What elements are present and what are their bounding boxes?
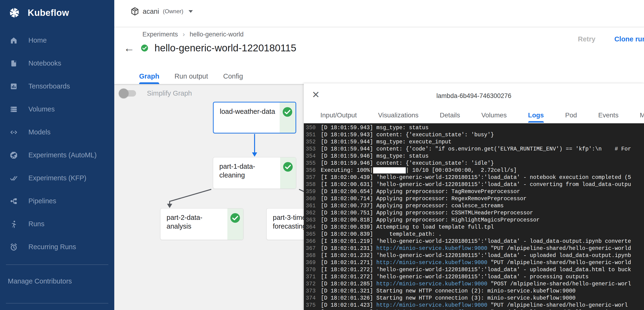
namespace-selector[interactable]: acani (Owner) bbox=[131, 7, 193, 16]
log-line-number: 370 bbox=[304, 266, 316, 273]
log-line: 371[I 18:02:01.272] 'hello-generic-world… bbox=[304, 273, 644, 280]
panel-tab-visualizations[interactable]: Visualizations bbox=[378, 108, 418, 122]
node-label: part-3-time- forecasting bbox=[273, 213, 308, 231]
graph-node-load-weather-data[interactable]: load-weather-data bbox=[213, 102, 296, 134]
panel-tab-pod[interactable]: Pod bbox=[565, 108, 577, 122]
sidebar-item-runs[interactable]: Runs bbox=[0, 212, 114, 236]
log-link[interactable]: http://minio-service.kubeflow:9000 bbox=[376, 302, 488, 308]
panel-tab-details[interactable]: Details bbox=[440, 108, 460, 122]
log-line: 357[I 18:02:00.439] 'hello-generic-world… bbox=[304, 174, 644, 181]
simplify-graph-label: Simplify Graph bbox=[147, 90, 192, 97]
log-line-text: [I 18:02:01.232] 'hello-generic-world-12… bbox=[321, 252, 631, 259]
sidebar-item-home[interactable]: Home bbox=[0, 29, 114, 52]
tab-run-output[interactable]: Run output bbox=[174, 68, 208, 84]
sidebar-item-pipelines[interactable]: Pipelines bbox=[0, 190, 114, 212]
panel-tab-events[interactable]: Events bbox=[598, 108, 619, 122]
sidebar-item-notebooks[interactable]: Notebooks bbox=[0, 52, 114, 75]
sidebar-items: HomeNotebooksTensorboardsVolumesModelsEx… bbox=[0, 29, 114, 258]
log-line: 376[D 18:02:01.423] http://minio-service… bbox=[304, 309, 644, 310]
log-line-number: 374 bbox=[304, 294, 316, 302]
panel-tab-logs[interactable]: Logs bbox=[528, 108, 544, 122]
log-line: 368[I 18:02:01.232] 'hello-generic-world… bbox=[304, 252, 644, 259]
log-line: 364[D 18:02:00.839] Attempting to load t… bbox=[304, 224, 644, 231]
log-line: 356Executing: 100%| | 10/10 [00:03<00:00… bbox=[304, 167, 644, 174]
log-line-number: 357 bbox=[304, 174, 316, 181]
sidebar-item-experiments-automl[interactable]: Experiments (AutoML) bbox=[0, 144, 114, 166]
sidebar-item-volumes[interactable]: Volumes bbox=[0, 98, 114, 121]
log-link[interactable]: http://minio-service.kubeflow:9000 bbox=[376, 260, 488, 266]
node-success-icon bbox=[283, 162, 293, 172]
sidebar-item-label: Experiments (KFP) bbox=[28, 174, 86, 182]
logs-viewer[interactable]: 350[D 18:01:59.943] msg_type: status351[… bbox=[304, 123, 644, 310]
back-arrow-icon[interactable]: ← bbox=[124, 42, 134, 54]
node-label: part-2-data- analysis bbox=[166, 213, 202, 231]
log-line-text: [D 18:02:01.271] http://minio-service.ku… bbox=[321, 260, 631, 266]
log-line: 354[D 18:01:59.946] msg_type: status bbox=[304, 153, 644, 160]
log-line: 358[I 18:02:00.631] 'hello-generic-world… bbox=[304, 181, 644, 188]
log-link[interactable]: http://minio-service.kubeflow:9000 bbox=[376, 281, 488, 287]
log-line: 362[D 18:02:00.751] Applying preprocesso… bbox=[304, 210, 644, 216]
kubeflow-run-details-page: { "colors": { "sidebar_bg": "#173968", "… bbox=[0, 0, 644, 310]
log-line: 367[D 18:02:01.231] http://minio-service… bbox=[304, 245, 644, 252]
log-link[interactable]: http://minio-service.kubeflow:9000 bbox=[376, 246, 488, 252]
graph-node-part-1-data[interactable]: part-1-data- cleaning bbox=[213, 157, 296, 189]
tab-config[interactable]: Config bbox=[223, 68, 243, 84]
log-line: 372[D 18:02:01.285] http://minio-service… bbox=[304, 280, 644, 288]
sidebar-item-manage-contributors[interactable]: Manage Contributors bbox=[8, 277, 72, 285]
graph-node-part-2-data[interactable]: part-2-data- analysis bbox=[160, 208, 244, 240]
log-line-number: 367 bbox=[304, 245, 316, 252]
run-header: Experiments › hello-generic-world ← hell… bbox=[114, 28, 644, 84]
sidebar-item-models[interactable]: Models bbox=[0, 121, 114, 144]
code-arrows-icon bbox=[10, 128, 18, 136]
log-line-number: 373 bbox=[304, 288, 316, 294]
log-line-text: [D 18:02:00.751] Applying preprocessor: … bbox=[321, 210, 533, 216]
panel-tab-input-output[interactable]: Input/Output bbox=[320, 108, 357, 122]
log-line-text: [D 18:02:00.737] Applying preprocessor: … bbox=[321, 203, 504, 209]
chevron-down-icon bbox=[188, 10, 193, 13]
sidebar-item-label: Volumes bbox=[28, 105, 55, 113]
log-line: 374[D 18:02:01.326] Starting new HTTP co… bbox=[304, 294, 644, 302]
tab-graph[interactable]: Graph bbox=[139, 68, 159, 84]
task-name: lambda-6b494-746300276 bbox=[304, 92, 644, 100]
log-line: 366[I 18:02:01.219] 'hello-generic-world… bbox=[304, 238, 644, 245]
log-line-text: [D 18:01:59.943] msg_type: status bbox=[321, 125, 428, 131]
log-line-text: [D 18:01:59.946] msg_type: status bbox=[321, 153, 428, 159]
panel-tab-m[interactable]: M bbox=[640, 108, 644, 122]
sidebar-item-label: Pipelines bbox=[28, 197, 56, 205]
log-line: 350[D 18:01:59.943] msg_type: status bbox=[304, 124, 644, 131]
kubeflow-logo-row[interactable]: Kubeflow bbox=[0, 0, 114, 19]
retry-button[interactable]: Retry bbox=[578, 35, 596, 43]
log-line-number: 358 bbox=[304, 181, 316, 188]
log-line-number: 356 bbox=[304, 167, 316, 174]
simplify-graph-toggle[interactable] bbox=[120, 90, 136, 96]
log-line-text: [D 18:02:00.839] Attempting to load temp… bbox=[321, 224, 494, 230]
kubeflow-logo-icon bbox=[8, 7, 20, 19]
clone-run-button[interactable]: Clone run bbox=[614, 35, 644, 43]
breadcrumb-experiment-name[interactable]: hello-generic-world bbox=[190, 31, 244, 38]
log-line-number: 375 bbox=[304, 302, 316, 309]
log-line: 365[D 18:02:00.839] template_path: . bbox=[304, 231, 644, 238]
sidebar-item-recurring-runs[interactable]: Recurring Runs bbox=[0, 236, 114, 258]
package-icon bbox=[131, 7, 139, 16]
log-line-text: [D 18:01:59.946] content: {'execution_st… bbox=[321, 160, 494, 166]
log-line-number: 376 bbox=[304, 309, 316, 310]
sidebar-item-label: Home bbox=[28, 36, 46, 44]
log-line-number: 366 bbox=[304, 238, 316, 245]
log-line-number: 368 bbox=[304, 252, 316, 259]
breadcrumb-experiments[interactable]: Experiments bbox=[142, 31, 178, 38]
log-line-number: 364 bbox=[304, 224, 316, 231]
log-line-number: 361 bbox=[304, 202, 316, 210]
log-line: 375[D 18:02:01.423] http://minio-service… bbox=[304, 302, 644, 309]
sidebar-item-label: Tensorboards bbox=[28, 82, 70, 90]
bar-chart-icon bbox=[10, 82, 18, 91]
sidebar-item-tensorboards[interactable]: Tensorboards bbox=[0, 75, 114, 98]
log-line-number: 363 bbox=[304, 216, 316, 224]
sidebar-item-label: Recurring Runs bbox=[28, 243, 76, 251]
log-line-text: [D 18:02:01.321] Starting new HTTP conne… bbox=[321, 288, 576, 294]
panel-tab-volumes[interactable]: Volumes bbox=[481, 108, 506, 122]
sidebar-divider bbox=[6, 264, 108, 265]
sidebar-item-experiments-kfp[interactable]: Experiments (KFP) bbox=[0, 166, 114, 190]
log-line-text: Executing: 100%| | 10/10 [00:03<00:00, 2… bbox=[321, 167, 517, 174]
node-success-icon bbox=[282, 107, 293, 117]
notebook-icon bbox=[10, 59, 18, 68]
